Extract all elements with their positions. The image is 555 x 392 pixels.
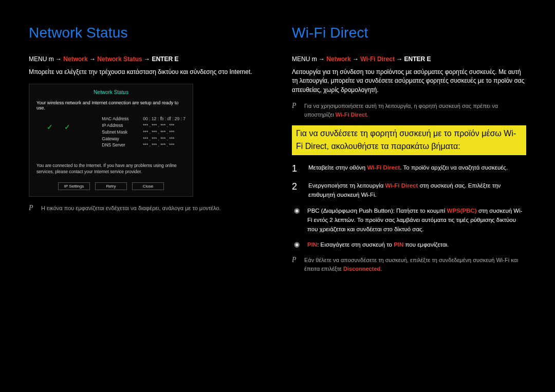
path-network: Network: [326, 55, 350, 63]
left-description: Μπορείτε να ελέγξετε την τρέχουσα κατάστ…: [29, 68, 263, 77]
note-text: Εάν θέλετε να αποσυνδέσετε τη συσκευή, ε…: [304, 256, 526, 273]
path-prefix: MENU m →: [292, 55, 326, 63]
step-1: 1 Μεταβείτε στην οθόνη Wi-Fi Direct. Το …: [292, 163, 526, 174]
section-title-network-status: Network Status: [29, 25, 263, 41]
text-highlight: Wi-Fi Direct: [385, 182, 418, 189]
field-k: DNS Server: [102, 142, 138, 148]
text-part: . Το προϊόν αρχίζει να αναζητά συσκευές.: [400, 164, 508, 171]
path-item: Network Status: [97, 55, 142, 63]
step-number: 1: [292, 163, 301, 174]
box-msg: Your wireless network and Internet conne…: [36, 100, 186, 110]
right-note-1: P Για να χρησιμοποιήσετε αυτή τη λειτουρ…: [292, 102, 526, 119]
note-highlight: Wi-Fi Direct: [336, 111, 367, 118]
menu-path-left: MENU m → Network → Network Status → ENTE…: [29, 55, 263, 63]
bullet-icon: ◉: [292, 240, 301, 250]
text-part: PBC (Διαμόρφωση Push Button): Πατήστε το…: [307, 208, 447, 214]
text-highlight: PIN: [394, 241, 403, 248]
box-title: Network Status: [36, 89, 186, 95]
text-part: που εμφανίζεται.: [403, 241, 449, 248]
text-highlight: WPS(PBC): [447, 208, 477, 214]
check-icons: ✓ ✓: [36, 116, 73, 131]
left-note: P Η εικόνα που εμφανίζεται ενδέχεται να …: [29, 204, 263, 213]
bullet-text: PBC (Διαμόρφωση Push Button): Πατήστε το…: [307, 207, 526, 234]
field-k: Subnet Mask: [102, 129, 138, 136]
path-enter: → ENTER E: [395, 55, 431, 63]
net-fields: MAC Address00 : 12 : fb : df : 29 : 7 IP…: [102, 116, 186, 148]
note-part: .: [367, 111, 368, 118]
box-buttons: IP Settings Retry Close: [36, 182, 186, 190]
path-sep: →: [351, 55, 361, 63]
box-msg2: You are connected to the Internet. If yo…: [36, 163, 186, 175]
step-number: 2: [292, 181, 301, 200]
field-k: MAC Address: [102, 116, 138, 122]
menu-path-right: MENU m → Network → Wi-Fi Direct → ENTER …: [292, 55, 526, 63]
field-v: *** . *** . *** . ***: [143, 136, 174, 142]
box-row: ✓ ✓ MAC Address00 : 12 : fb : df : 29 : …: [36, 116, 186, 148]
note-part: Για να χρησιμοποιήσετε αυτή τη λειτουργί…: [304, 103, 498, 118]
ip-settings-button[interactable]: IP Settings: [58, 182, 90, 190]
path-prefix: MENU m →: [29, 55, 63, 63]
text-part: Μεταβείτε στην οθόνη: [308, 164, 367, 171]
note-text: Η εικόνα που εμφανίζεται ενδέχεται να δι…: [41, 204, 263, 213]
left-column: Network Status MENU m → Network → Networ…: [29, 25, 263, 371]
note-part: .: [380, 266, 382, 272]
note-text: Για να χρησιμοποιήσετε αυτή τη λειτουργί…: [304, 102, 526, 119]
right-description: Λειτουργία για τη σύνδεση του προϊόντος …: [292, 68, 526, 95]
path-network: Network: [63, 55, 87, 63]
note-highlight: Disconnected: [343, 266, 380, 272]
path-enter: → ENTER E: [142, 55, 179, 63]
note-part: Εάν θέλετε να αποσυνδέσετε τη συσκευή, ε…: [304, 257, 518, 272]
note-icon: P: [292, 256, 299, 273]
subheading-highlight: Για να συνδέσετε τη φορητή συσκευή με το…: [292, 125, 526, 155]
check-icon: ✓: [47, 123, 53, 131]
note-icon: P: [29, 204, 36, 213]
text-part: Ενεργοποιήστε τη λειτουργία: [308, 182, 385, 189]
check-icon: ✓: [64, 123, 70, 131]
step-text: Μεταβείτε στην οθόνη Wi-Fi Direct. Το πρ…: [308, 163, 526, 174]
section-title-wifi-direct: Wi-Fi Direct: [292, 25, 526, 41]
network-status-screenshot: Network Status Your wireless network and…: [29, 84, 193, 197]
note-icon: P: [292, 102, 299, 119]
bullet-pbc: ◉ PBC (Διαμόρφωση Push Button): Πατήστε …: [292, 207, 526, 234]
field-v: *** . *** . *** . ***: [143, 122, 174, 129]
close-button[interactable]: Close: [132, 182, 164, 190]
text-part: : Εισαγάγετε στη συσκευή το: [317, 241, 394, 248]
path-item: Wi-Fi Direct: [360, 55, 395, 63]
field-k: Gateway: [102, 136, 138, 142]
step-text: Ενεργοποιήστε τη λειτουργία Wi-Fi Direct…: [308, 181, 526, 200]
field-v: 00 : 12 : fb : df : 29 : 7: [143, 116, 186, 122]
step-2: 2 Ενεργοποιήστε τη λειτουργία Wi-Fi Dire…: [292, 181, 526, 200]
bullet-pin: ◉ PIN: Εισαγάγετε στη συσκευή το PIN που…: [292, 240, 526, 250]
field-v: *** . *** . *** . ***: [143, 129, 174, 136]
field-v: *** . *** . *** . ***: [143, 142, 174, 148]
text-highlight: Wi-Fi Direct: [367, 164, 400, 171]
right-column: Wi-Fi Direct MENU m → Network → Wi-Fi Di…: [292, 25, 526, 371]
path-sep: →: [88, 55, 98, 63]
bullet-icon: ◉: [292, 207, 301, 234]
right-note-2: P Εάν θέλετε να αποσυνδέσετε τη συσκευή,…: [292, 256, 526, 273]
field-k: IP Address: [102, 122, 138, 129]
bullet-text: PIN: Εισαγάγετε στη συσκευή το PIN που ε…: [307, 240, 526, 250]
retry-button[interactable]: Retry: [95, 182, 127, 190]
text-highlight: PIN: [307, 241, 317, 248]
